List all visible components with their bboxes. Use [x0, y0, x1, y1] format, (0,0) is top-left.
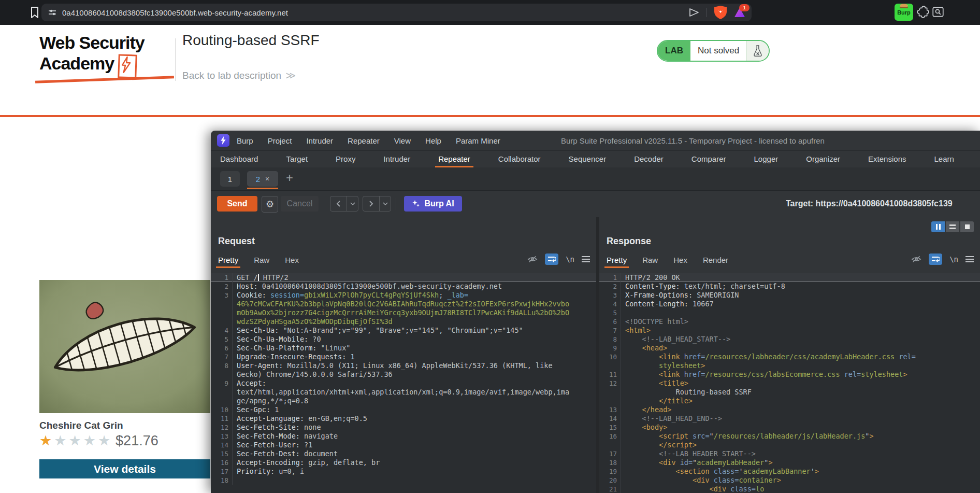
gear-icon[interactable]: ⚙ [262, 196, 278, 213]
lab-status-badge: LAB Not solved [657, 40, 770, 62]
request-editor[interactable]: 1GET / HTTP/22Host: 0a410086041008d3805f… [211, 273, 596, 493]
menu-repeater[interactable]: Repeater [348, 136, 380, 145]
star-icon: ★ [68, 433, 81, 448]
code-line: Gecko) Chrome/145.0.0.0 Safari/537.36 [211, 370, 596, 379]
tab-proxy[interactable]: Proxy [336, 150, 355, 167]
code-line: 18 <div id="academyLabHeader"> [599, 458, 980, 467]
back-request-button[interactable] [330, 196, 358, 212]
tab-organizer[interactable]: Organizer [806, 150, 840, 167]
burp-extension-icon[interactable]: Burp [895, 4, 913, 21]
code-line: 3X-Frame-Options: SAMEORIGIN [599, 291, 980, 300]
share-icon[interactable] [689, 8, 699, 17]
single-layout-icon[interactable] [960, 221, 974, 232]
menu-project[interactable]: Project [268, 136, 292, 145]
menu-help[interactable]: Help [425, 136, 441, 145]
view-tab-hex[interactable]: Hex [673, 256, 687, 264]
menu-intruder[interactable]: Intruder [306, 136, 333, 145]
brave-shield-icon[interactable] [714, 6, 727, 19]
forward-dropdown-icon[interactable] [379, 196, 391, 211]
rows-layout-icon[interactable] [946, 221, 959, 232]
code-line: 5Sec-Ch-Ua-Mobile: ?0 [211, 335, 596, 344]
lab-status-text: Not solved [690, 41, 746, 61]
code-line: 8User-Agent: Mozilla/5.0 (X11; Linux x86… [211, 361, 596, 370]
code-line: 10Sec-Gpc: 1 [211, 405, 596, 414]
extensions-puzzle-icon[interactable] [916, 5, 929, 19]
tab-collaborator[interactable]: Collaborator [498, 150, 541, 167]
burp-suite-window: BurpProjectIntruderRepeaterViewHelpParam… [211, 131, 980, 493]
response-pane: Response PrettyRawHexRender \n 1HTTP/2 2… [599, 217, 980, 493]
request-pane: Request PrettyRawHex \n 1GET / HTTP/22Ho… [211, 217, 596, 493]
notification-badge: 1 [739, 4, 750, 11]
back-dropdown-icon[interactable] [347, 196, 358, 211]
site-settings-icon[interactable] [48, 8, 57, 17]
view-tab-raw[interactable]: Raw [254, 256, 269, 264]
product-image[interactable] [39, 280, 210, 413]
add-tab-button[interactable]: + [286, 171, 293, 185]
word-wrap-icon[interactable] [929, 253, 942, 265]
star-icon: ★ [39, 433, 52, 448]
target-url-label[interactable]: Target: https://0a410086041008d3805fc139 [786, 190, 980, 217]
menu-param-miner[interactable]: Param Miner [456, 136, 500, 145]
repeater-tab-1[interactable]: 1 [220, 171, 240, 187]
star-icon: ★ [98, 433, 110, 448]
burp-logo-icon[interactable] [217, 134, 229, 147]
editor-menu-icon[interactable] [965, 256, 974, 262]
product-name: Cheshire Cat Grin [39, 420, 123, 431]
browser-toolbar: 0a410086041008d3805fc13900e500bf.web-sec… [0, 0, 980, 25]
close-tab-icon[interactable]: × [265, 175, 269, 183]
show-newlines-icon[interactable]: \n [949, 255, 958, 263]
show-newlines-icon[interactable]: \n [566, 255, 574, 263]
tab-dashboard[interactable]: Dashboard [220, 150, 258, 167]
word-wrap-icon[interactable] [545, 253, 558, 265]
menu-burp[interactable]: Burp [237, 136, 253, 145]
logo-line1: Web Security [39, 34, 174, 51]
tab-comparer[interactable]: Comparer [691, 150, 726, 167]
view-tab-pretty[interactable]: Pretty [218, 256, 238, 264]
tab-repeater[interactable]: Repeater [438, 150, 470, 167]
chevron-left-icon[interactable] [330, 196, 347, 211]
hide-nonprint-icon[interactable] [527, 255, 538, 263]
forward-request-button[interactable] [363, 196, 391, 212]
view-tab-render[interactable]: Render [703, 256, 728, 264]
hide-nonprint-icon[interactable] [911, 255, 921, 263]
code-line: 17 <!--LAB_HEADER_START--> [599, 449, 980, 458]
view-tab-pretty[interactable]: Pretty [607, 256, 627, 264]
burp-ai-button[interactable]: Burp AI [404, 196, 462, 212]
menu-view[interactable]: View [394, 136, 411, 145]
view-tab-raw[interactable]: Raw [642, 256, 658, 264]
url-text[interactable]: 0a410086041008d3805fc13900e500bf.web-sec… [62, 8, 288, 17]
chevron-right-icon[interactable] [363, 196, 379, 211]
tab-sequencer[interactable]: Sequencer [569, 150, 607, 167]
code-line: 17Priority: u=0, i [211, 467, 596, 476]
code-line: 20 <div class=container> [599, 476, 980, 485]
header-divider [175, 38, 176, 81]
tab-intruder[interactable]: Intruder [383, 150, 410, 167]
view-tab-hex[interactable]: Hex [285, 256, 299, 264]
back-to-lab-link[interactable]: Back to lab description≫ [182, 69, 296, 81]
view-details-button[interactable]: View details [39, 459, 210, 478]
tab-target[interactable]: Target [286, 150, 308, 167]
tab-decoder[interactable]: Decoder [634, 150, 664, 167]
editor-menu-icon[interactable] [582, 256, 590, 262]
tab-extensions[interactable]: Extensions [868, 150, 906, 167]
repeater-toolbar: Send ⚙ Cancel Burp AI Target: https://0a… [211, 190, 980, 218]
send-button[interactable]: Send [217, 196, 257, 212]
tab-learn[interactable]: Learn [934, 150, 954, 167]
bookmark-icon[interactable] [29, 6, 40, 19]
web-security-academy-logo[interactable]: Web Security Academy [39, 34, 174, 81]
sidebar-search-icon[interactable] [931, 5, 945, 19]
code-line: 11 <link href=/resources/css/labsEcommer… [599, 370, 980, 379]
code-line: 15 <body> [599, 423, 980, 432]
prism-extension-icon[interactable]: 1 [734, 7, 745, 18]
toolbar-divider [396, 198, 396, 209]
repeater-tab-2[interactable]: 2 × [247, 171, 278, 187]
cancel-button[interactable]: Cancel [281, 196, 319, 212]
product-price: $21.76 [116, 433, 158, 449]
code-line: </script> [599, 441, 980, 449]
screen: 0a410086041008d3805fc13900e500bf.web-sec… [0, 0, 980, 493]
tab-logger[interactable]: Logger [754, 150, 779, 167]
pause-layout-icon[interactable] [931, 221, 945, 232]
code-line: 5 [599, 308, 980, 317]
address-bar[interactable]: 0a410086041008d3805fc13900e500bf.web-sec… [41, 4, 752, 21]
response-editor[interactable]: 1HTTP/2 200 OK2Content-Type: text/html; … [599, 273, 980, 493]
